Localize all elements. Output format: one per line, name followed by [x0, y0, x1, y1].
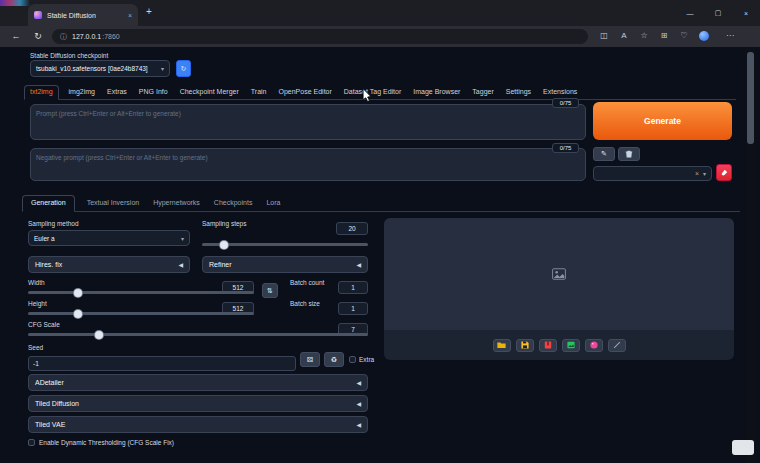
split-screen-icon[interactable]: ◫ — [596, 31, 612, 40]
chevron-down-icon: ▾ — [181, 235, 184, 242]
hires-fix-accordion[interactable]: Hires. fix ◀ — [28, 256, 190, 273]
apply-styles-button[interactable] — [716, 164, 732, 181]
send-to-img2img-button[interactable] — [562, 339, 580, 352]
slider-thumb[interactable] — [95, 331, 103, 339]
slider-thumb[interactable] — [220, 241, 228, 249]
save-image-button[interactable] — [516, 339, 534, 352]
batch-size-value[interactable] — [338, 297, 368, 310]
dynamic-thresholding-checkbox[interactable] — [28, 439, 35, 446]
extra-seed-label: Extra — [359, 356, 374, 363]
width-value[interactable] — [222, 276, 254, 289]
random-seed-button[interactable]: ⚄ — [300, 352, 320, 367]
tiled-diffusion-label: Tiled Diffusion — [35, 400, 79, 407]
adetailer-accordion[interactable]: ADetailer ◀ — [28, 374, 368, 391]
checkpoint-dropdown[interactable]: tsubaki_v10.safetensors [0ae24b8743] ▾ — [30, 60, 170, 77]
read-aloud-icon[interactable]: A — [616, 31, 632, 40]
url-host: 127.0.0.1 — [72, 33, 101, 40]
brush-icon — [720, 169, 728, 177]
styles-dropdown[interactable]: × ▾ — [593, 166, 712, 181]
tab-textual-inversion[interactable]: Textual Inversion — [85, 196, 142, 211]
tab-extras[interactable]: Extras — [105, 86, 129, 99]
sub-tab-bar: Generation Textual Inversion Hypernetwor… — [22, 194, 740, 212]
tab-dataset-tag-editor[interactable]: Dataset Tag Editor — [342, 86, 403, 99]
width-slider[interactable] — [28, 291, 254, 294]
swap-dimensions-button[interactable]: ⇅ — [262, 283, 278, 298]
batch-count-value[interactable] — [338, 276, 368, 289]
output-gallery[interactable] — [384, 218, 734, 330]
refresh-icon[interactable]: ↻ — [30, 32, 46, 41]
dynamic-thresholding-label: Enable Dynamic Thresholding (CFG Scale F… — [39, 439, 174, 446]
scrollbar-thumb[interactable] — [747, 52, 754, 144]
width-label: Width — [28, 279, 45, 286]
clear-prompt-button[interactable] — [618, 147, 640, 161]
tiled-vae-accordion[interactable]: Tiled VAE ◀ — [28, 416, 368, 433]
tab-lora[interactable]: Lora — [264, 196, 282, 211]
negative-prompt-token-counter: 0/75 — [552, 143, 579, 153]
browser-tab[interactable]: Stable Diffusion × — [28, 4, 138, 26]
hires-fix-label: Hires. fix — [35, 261, 62, 268]
negative-prompt-input[interactable] — [30, 148, 586, 181]
new-tab-button[interactable]: + — [146, 7, 152, 17]
slider-thumb[interactable] — [74, 310, 82, 318]
window-minimize-button[interactable]: — — [676, 0, 704, 26]
chevron-down-icon: ▾ — [161, 65, 164, 72]
clear-styles-icon[interactable]: × — [695, 170, 699, 177]
cfg-scale-value[interactable] — [338, 318, 368, 331]
checkpoint-label: Stable Diffusion checkpoint — [30, 52, 108, 59]
address-bar[interactable]: ⓘ 127.0.0.1:7860 — [52, 29, 588, 44]
archive-icon — [544, 341, 552, 349]
window-close-button[interactable]: × — [732, 0, 760, 26]
window-maximize-button[interactable]: ▢ — [704, 0, 732, 26]
height-value[interactable] — [222, 297, 254, 310]
seed-label: Seed — [28, 344, 43, 351]
collapse-arrow-icon: ◀ — [356, 400, 361, 407]
browser-essentials-icon[interactable]: ♡ — [676, 31, 692, 40]
open-folder-button[interactable] — [493, 339, 511, 352]
back-icon[interactable]: ← — [8, 32, 24, 41]
save-zip-button[interactable] — [539, 339, 557, 352]
sampling-steps-value[interactable] — [336, 217, 368, 230]
palette-icon — [590, 341, 598, 349]
slider-thumb[interactable] — [74, 289, 82, 297]
tab-png-info[interactable]: PNG Info — [137, 86, 170, 99]
tab-tagger[interactable]: Tagger — [470, 86, 495, 99]
collections-icon[interactable]: ⊞ — [656, 31, 672, 40]
settings-menu-icon[interactable]: ⋯ — [722, 31, 738, 40]
site-favicon-icon — [34, 11, 42, 19]
tab-train[interactable]: Train — [249, 86, 269, 99]
site-info-icon[interactable]: ⓘ — [60, 32, 67, 42]
tab-checkpoint-merger[interactable]: Checkpoint Merger — [178, 86, 241, 99]
tab-image-browser[interactable]: Image Browser — [411, 86, 462, 99]
tab-checkpoints[interactable]: Checkpoints — [212, 196, 255, 211]
tab-generation[interactable]: Generation — [22, 195, 75, 212]
tab-txt2img[interactable]: txt2img — [24, 85, 59, 100]
trash-icon — [625, 150, 633, 158]
output-toolbar — [384, 330, 734, 360]
extra-seed-checkbox[interactable] — [349, 356, 356, 363]
folder-icon — [497, 341, 506, 349]
height-slider[interactable] — [28, 312, 254, 315]
cfg-scale-slider[interactable] — [28, 333, 368, 336]
tab-settings[interactable]: Settings — [504, 86, 533, 99]
send-to-inpaint-button[interactable] — [585, 339, 603, 352]
generate-button[interactable]: Generate — [593, 102, 732, 140]
seed-input[interactable] — [28, 352, 296, 367]
refresh-checkpoints-button[interactable]: ↻ — [176, 60, 191, 77]
sampling-method-dropdown[interactable]: Euler a ▾ — [28, 230, 190, 246]
sampling-steps-slider[interactable] — [202, 243, 368, 246]
tab-close-icon[interactable]: × — [128, 12, 132, 19]
prompt-input[interactable] — [30, 104, 586, 140]
send-to-extras-button[interactable] — [608, 339, 626, 352]
tiled-diffusion-accordion[interactable]: Tiled Diffusion ◀ — [28, 395, 368, 412]
tab-openpose-editor[interactable]: OpenPose Editor — [277, 86, 334, 99]
favorites-icon[interactable]: ☆ — [636, 31, 652, 40]
edit-styles-button[interactable]: ✎ — [593, 147, 615, 161]
sampling-steps-label: Sampling steps — [202, 220, 246, 227]
refiner-label: Refiner — [209, 261, 232, 268]
reuse-seed-button[interactable]: ♻ — [324, 352, 344, 367]
tab-hypernetworks[interactable]: Hypernetworks — [151, 196, 202, 211]
refiner-accordion[interactable]: Refiner ◀ — [202, 256, 368, 273]
tiled-vae-label: Tiled VAE — [35, 421, 65, 428]
tab-img2img[interactable]: img2img — [67, 86, 97, 99]
profile-avatar[interactable] — [699, 31, 709, 41]
